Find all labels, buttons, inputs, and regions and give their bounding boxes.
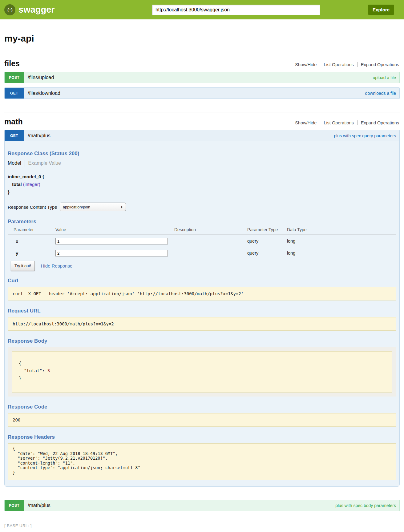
tab-model[interactable]: Model — [8, 160, 21, 166]
list-operations-link[interactable]: List Operations — [320, 62, 357, 67]
operation-detail-panel: Response Class (Status 200) Model Exampl… — [4, 141, 400, 487]
response-class-heading: Response Class (Status 200) — [8, 151, 396, 157]
col-parameter-type: Parameter Type — [247, 227, 287, 232]
try-it-out-button[interactable]: Try it out! — [11, 261, 35, 271]
hide-response-link[interactable]: Hide Response — [41, 263, 73, 268]
list-operations-link[interactable]: List Operations — [320, 120, 357, 125]
parameters-heading: Parameters — [8, 219, 396, 225]
endpoint-path[interactable]: /math/plus — [28, 503, 50, 508]
post-method-badge[interactable]: POST — [5, 72, 24, 83]
col-data-type: Data Type — [287, 227, 396, 232]
response-headers-box: { "date": "Wed, 22 Aug 2018 18:49:13 GMT… — [8, 443, 396, 480]
endpoint-summary-link[interactable]: plus with spec query parameters — [334, 133, 396, 138]
col-value: Value — [55, 227, 174, 232]
swagger-brand[interactable]: {···} swagger — [4, 4, 55, 15]
selected-content-type: application/json — [63, 205, 91, 209]
endpoint-row-get-math-plus[interactable]: GET /math/plus plus with spec query para… — [4, 130, 400, 141]
main-content: my-api files Show/Hide List Operations E… — [4, 33, 400, 511]
response-code-box: 200 — [8, 413, 396, 427]
endpoint-path[interactable]: /files/upload — [28, 75, 54, 80]
response-body-box: { "total": 3 } — [12, 351, 392, 393]
parameter-data-type: long — [287, 239, 396, 244]
response-body-wrapper: { "total": 3 } — [8, 347, 396, 397]
endpoint-path[interactable]: /files/download — [28, 91, 60, 96]
show-hide-link[interactable]: Show/Hide — [292, 120, 320, 125]
endpoint-summary-link[interactable]: upload a file — [373, 75, 396, 80]
math-section-controls: Show/Hide List Operations Expand Operati… — [292, 120, 400, 125]
swagger-logo-icon: {···} — [4, 4, 15, 15]
curl-command-box: curl -X GET --header 'Accept: applicatio… — [8, 287, 396, 300]
parameter-type: query — [247, 251, 287, 256]
select-arrows-icon: ▲▼ — [121, 205, 123, 208]
json-brace: } — [19, 376, 21, 381]
post-method-badge[interactable]: POST — [5, 500, 24, 511]
model-close-line: } — [8, 188, 396, 196]
model-property-name: total — [12, 182, 22, 187]
col-description: Description — [174, 227, 247, 232]
tab-separator — [25, 160, 25, 167]
endpoint-row-post-files-upload[interactable]: POST /files/upload upload a file — [4, 72, 400, 83]
section-divider — [4, 112, 400, 112]
spec-url-input[interactable] — [152, 5, 320, 15]
parameter-data-type: long — [287, 251, 396, 256]
parameter-x-input[interactable] — [55, 238, 168, 244]
curl-heading: Curl — [8, 278, 396, 284]
explore-button[interactable]: Explore — [368, 5, 394, 15]
get-method-badge[interactable]: GET — [5, 88, 24, 99]
parameters-table-header: Parameter Value Description Parameter Ty… — [8, 226, 396, 235]
files-section-controls: Show/Hide List Operations Expand Operati… — [292, 62, 400, 67]
expand-operations-link[interactable]: Expand Operations — [357, 62, 400, 67]
parameter-type: query — [247, 239, 287, 244]
endpoint-row-get-files-download[interactable]: GET /files/download downloads a file — [4, 87, 400, 99]
model-property-type: (integer) — [23, 182, 40, 187]
response-body-heading: Response Body — [8, 338, 396, 344]
response-headers-heading: Response Headers — [8, 434, 396, 440]
files-section-title: files — [4, 59, 20, 68]
math-section-title: math — [4, 117, 23, 126]
page-title: my-api — [4, 33, 400, 44]
endpoint-summary-link[interactable]: plus with spec body parameters — [335, 503, 396, 508]
parameter-y-input[interactable] — [55, 250, 168, 256]
request-url-heading: Request URL — [8, 308, 396, 314]
response-code-heading: Response Code — [8, 404, 396, 410]
base-url-footer: [ BASE URL: ] — [4, 523, 404, 528]
model-open-line: inline_model_0 { — [8, 173, 396, 180]
model-property: total (integer) — [8, 180, 396, 188]
brand-name: swagger — [18, 5, 55, 15]
tab-example-value[interactable]: Example Value — [28, 160, 61, 166]
files-section-header: files Show/Hide List Operations Expand O… — [4, 59, 400, 68]
col-parameter: Parameter — [14, 227, 55, 232]
parameter-row-y: y query long — [8, 247, 396, 259]
try-it-out-row: Try it out! Hide Response — [11, 261, 396, 271]
model-signature: inline_model_0 { total (integer) } — [8, 173, 396, 196]
parameter-name: y — [14, 251, 55, 256]
model-tabs: Model Example Value — [8, 160, 396, 167]
response-content-type-row: Response Content Type application/json ▲… — [8, 203, 396, 211]
json-number-value: 3 — [47, 368, 50, 373]
response-content-type-select[interactable]: application/json ▲▼ — [60, 203, 126, 211]
endpoint-summary-link[interactable]: downloads a file — [365, 91, 396, 96]
parameters-table: Parameter Value Description Parameter Ty… — [8, 226, 396, 259]
parameter-name: x — [14, 239, 55, 244]
endpoint-row-post-math-plus[interactable]: POST /math/plus plus with spec body para… — [4, 500, 400, 511]
show-hide-link[interactable]: Show/Hide — [292, 62, 320, 67]
parameter-row-x: x query long — [8, 235, 396, 247]
endpoint-path[interactable]: /math/plus — [28, 133, 50, 139]
get-method-badge[interactable]: GET — [5, 130, 24, 141]
json-key: "total": — [19, 368, 47, 373]
expand-operations-link[interactable]: Expand Operations — [357, 120, 400, 125]
request-url-box: http://localhost:3000/math/plus?x=1&y=2 — [8, 317, 396, 331]
response-content-type-label: Response Content Type — [8, 204, 57, 210]
math-section-header: math Show/Hide List Operations Expand Op… — [4, 117, 400, 126]
json-brace: { — [19, 361, 21, 366]
top-bar: {···} swagger Explore — [0, 0, 404, 19]
